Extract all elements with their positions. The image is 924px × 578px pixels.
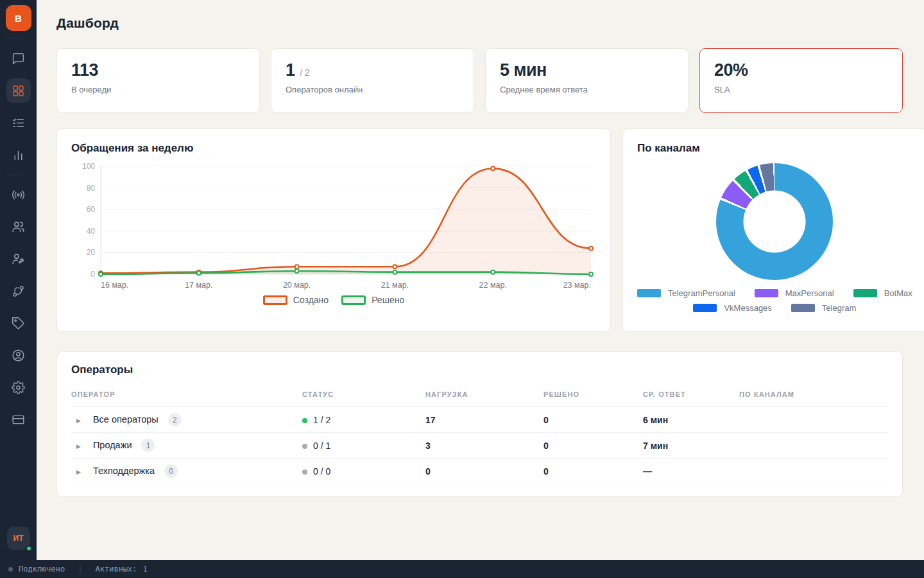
expand-caret-icon[interactable]: ▶ [76,443,81,450]
sidebar-item-bar-chart[interactable] [6,143,31,167]
operator-name: Все операторы [93,414,158,425]
statusbar-divider: | [78,565,82,574]
sidebar-item-card[interactable] [6,407,31,432]
load-value: 0 [425,459,543,484]
chat-icon [12,52,25,66]
broadcast-icon [12,188,25,202]
channel-legend-item[interactable]: TelegramPersonal [637,288,735,298]
status-value: 0 / 0 [313,466,330,477]
stat-suffix: / 2 [298,67,310,78]
line-chart-legend: СозданоРешено [71,295,596,305]
operator-count-badge: 0 [164,464,178,478]
tag-icon [12,317,25,330]
avg-response-value: — [643,459,739,484]
weekly-chart-card: Обращения за неделю 02040608010016 мар.1… [56,128,611,332]
status-value: 0 / 1 [313,441,330,451]
legend-label: Решено [372,295,404,305]
svg-text:20 мар.: 20 мар. [283,281,311,290]
status-bar: Подключено | Активных: 1 [0,560,924,578]
channel-label: MaxPersonal [785,288,834,298]
sidebar-item-chat[interactable] [6,46,31,71]
sidebar-item-bot[interactable] [6,247,31,271]
contact-icon [12,349,25,362]
sidebar-item-users[interactable] [6,215,31,239]
channels-cell [739,407,888,433]
table-row[interactable]: ▶Техподдержка00 / 000— [71,459,888,484]
stat-value: 5 мин [500,61,674,80]
settings-icon [12,381,25,394]
user-avatar[interactable]: ИТ [7,527,30,550]
sidebar-item-settings[interactable] [6,375,31,399]
channel-label: Telegram [822,303,856,313]
page-title: Дашборд [56,15,903,31]
svg-text:40: 40 [87,227,96,236]
channel-legend-item[interactable]: Telegram [791,303,856,313]
avg-response-value: 7 мин [643,433,739,459]
sidebar-item-dashboard[interactable] [6,78,31,103]
channels-cell [739,459,888,484]
app-logo[interactable]: B [6,5,31,31]
svg-text:60: 60 [87,205,96,214]
sidebar-divider [6,39,23,39]
svg-text:22 мар.: 22 мар. [479,281,507,290]
svg-text:100: 100 [82,162,95,171]
bot-icon [12,252,25,266]
sidebar-item-checklist[interactable] [6,110,31,135]
stats-row: 113В очереди1 / 2Операторов онлайн5 минС… [56,48,903,113]
stat-value: 113 [71,61,245,80]
solved-value: 0 [543,433,643,459]
sidebar-group [6,182,31,432]
load-value: 3 [425,433,543,459]
operators-header-row: ОПЕРАТОРСТАТУСНАГРУЗКАРЕШЕНОСР. ОТВЕТПО … [71,384,888,407]
avatar-initials: ИТ [13,534,24,543]
channels-card: По каналам TelegramPersonalMaxPersonalBo… [622,128,924,332]
avg-response-value: 6 мин [643,407,739,433]
channel-swatch [853,289,877,297]
stat-card-3: 20%SLA [699,48,903,113]
sidebar-item-broadcast[interactable] [6,182,31,207]
channel-label: VkMessages [724,303,771,313]
svg-text:23 мар.: 23 мар. [563,281,591,290]
channel-swatch [637,289,661,297]
table-row[interactable]: ▶Все операторы21 / 21706 мин [71,407,888,433]
main-content: Дашборд 113В очереди1 / 2Операторов онла… [37,0,924,560]
sidebar-item-branch[interactable] [6,279,31,303]
stat-label: SLA [714,85,888,94]
svg-text:21 мар.: 21 мар. [381,281,409,290]
bar-chart-icon [12,148,25,162]
users-icon [12,220,25,234]
expand-caret-icon[interactable]: ▶ [76,469,81,475]
legend-label: Создано [293,295,329,305]
operators-card: Операторы ОПЕРАТОРСТАТУСНАГРУЗКАРЕШЕНОСР… [56,351,903,497]
channel-legend-item[interactable]: MaxPersonal [755,288,834,298]
channel-swatch [755,289,778,297]
svg-text:80: 80 [87,184,96,193]
legend-item[interactable]: Создано [263,295,329,305]
channel-label: TelegramPersonal [668,288,735,298]
channel-legend-item[interactable]: VkMessages [693,303,771,313]
operator-name: Продажи [93,440,132,450]
branch-icon [12,285,25,298]
column-header: ПО КАНАЛАМ [739,384,888,407]
svg-text:20: 20 [87,248,96,257]
operator-name: Техподдержка [93,466,155,476]
channel-legend-item[interactable]: BotMax [853,288,912,298]
legend-swatch [341,295,366,305]
connection-status-dot [8,567,13,572]
table-row[interactable]: ▶Продажи10 / 1307 мин [71,433,888,459]
sidebar-item-contact[interactable] [6,343,31,367]
sidebar-item-tag[interactable] [6,311,31,335]
active-count: 1 [143,565,148,574]
solved-value: 0 [543,459,643,484]
weekly-line-chart: 02040608010016 мар.17 мар.20 мар.21 мар.… [71,161,596,293]
card-icon [12,413,25,426]
operator-count-badge: 1 [141,439,155,452]
stat-value: 1 / 2 [286,61,459,80]
legend-item[interactable]: Решено [341,295,404,305]
checklist-icon [12,116,25,130]
sidebar: B ИТ [0,0,37,560]
channels-title: По каналам [637,142,912,155]
sidebar-divider [6,175,23,175]
expand-caret-icon[interactable]: ▶ [76,417,81,424]
status-value: 1 / 2 [313,415,330,425]
